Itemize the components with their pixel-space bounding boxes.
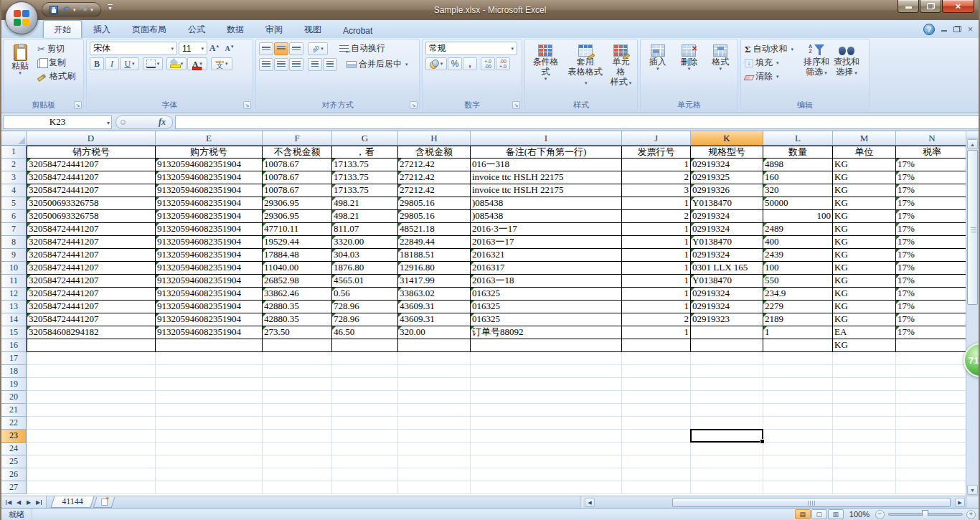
cell-N20[interactable] [896, 391, 966, 404]
cell-K1[interactable]: 规格型号 [691, 146, 763, 159]
cell-D14[interactable]: 320584724441207 [27, 313, 156, 326]
cell-J17[interactable] [622, 352, 691, 365]
cell-G20[interactable] [332, 391, 398, 404]
cell-D8[interactable]: 320584724441207 [27, 236, 156, 249]
cell-G22[interactable] [332, 417, 398, 430]
cell-E1[interactable]: 购方税号 [156, 146, 263, 159]
name-box-dropdown-icon[interactable]: ▾ [107, 120, 110, 126]
cell-L22[interactable] [763, 417, 833, 430]
cell-N19[interactable] [896, 378, 966, 391]
row-header-23[interactable]: 23 [1, 430, 27, 443]
cell-I27[interactable] [471, 481, 622, 494]
cell-H4[interactable]: 27212.42 [398, 184, 471, 197]
cell-F1[interactable]: 不含税金额 [263, 146, 332, 159]
tab-页面布局[interactable]: 页面布局 [122, 21, 176, 38]
cell-M5[interactable]: KG [833, 197, 896, 210]
cell-L14[interactable]: 2189 [763, 313, 833, 326]
cell-J27[interactable] [622, 481, 691, 494]
horizontal-scroll-thumb[interactable] [672, 498, 951, 507]
cell-I19[interactable] [471, 378, 622, 391]
align-top-button[interactable] [259, 42, 273, 55]
row-header-3[interactable]: 3 [1, 171, 27, 184]
cell-K22[interactable] [691, 417, 763, 430]
cell-I1[interactable]: 备注(右下角第一行) [471, 146, 622, 159]
tab-公式[interactable]: 公式 [178, 21, 215, 38]
cell-D4[interactable]: 320584724441207 [27, 184, 156, 197]
cell-I25[interactable] [471, 455, 622, 468]
cell-M22[interactable] [833, 417, 896, 430]
align-left-button[interactable] [259, 58, 273, 71]
cell-D5[interactable]: 320500693326758 [27, 197, 156, 210]
column-header-L[interactable]: L [763, 131, 833, 146]
column-header-F[interactable]: F [263, 131, 332, 146]
cell-E11[interactable]: 913205946082351904 [156, 275, 263, 288]
undo-icon[interactable]: ↶ [62, 5, 70, 14]
row-header-25[interactable]: 25 [1, 455, 27, 468]
close-button[interactable]: × [942, 0, 974, 13]
cell-H12[interactable]: 33863.02 [398, 288, 471, 301]
cell-K5[interactable]: Y0138470 [691, 197, 763, 210]
cell-K27[interactable] [691, 481, 763, 494]
cell-J6[interactable]: 2 [622, 210, 691, 223]
row-header-8[interactable]: 8 [1, 236, 27, 249]
cell-F8[interactable]: 19529.44 [263, 236, 332, 249]
cell-I6[interactable]: )085438 [471, 210, 622, 223]
minimize-button[interactable] [897, 0, 919, 13]
cell-H26[interactable] [398, 468, 471, 481]
clipboard-dialog-launcher[interactable]: ↘ [74, 101, 82, 109]
column-header-J[interactable]: J [622, 131, 691, 146]
cell-G3[interactable]: 17133.75 [332, 171, 398, 184]
column-header-M[interactable]: M [833, 131, 896, 146]
paste-button[interactable]: 粘贴 ▾ [5, 41, 35, 100]
cell-D22[interactable] [27, 417, 156, 430]
restore-button[interactable] [920, 0, 941, 13]
zoom-slider[interactable] [888, 513, 963, 516]
cell-H5[interactable]: 29805.16 [398, 197, 471, 210]
cell-K25[interactable] [691, 455, 763, 468]
column-header-E[interactable]: E [156, 131, 263, 146]
cell-D10[interactable]: 320584724441207 [27, 262, 156, 275]
column-header-D[interactable]: D [27, 131, 156, 146]
cell-J5[interactable]: 1 [622, 197, 691, 210]
row-header-22[interactable]: 22 [1, 417, 27, 430]
cell-G25[interactable] [332, 455, 398, 468]
cell-G10[interactable]: 1876.80 [332, 262, 398, 275]
row-header-24[interactable]: 24 [1, 443, 27, 455]
scroll-up-icon[interactable]: ▲ [967, 139, 978, 149]
cell-N27[interactable] [896, 481, 966, 494]
cell-L5[interactable]: 50000 [763, 197, 833, 210]
cell-E4[interactable]: 913205946082351904 [156, 184, 263, 197]
cell-H27[interactable] [398, 481, 471, 494]
cell-D13[interactable]: 320584724441207 [27, 301, 156, 313]
row-header-27[interactable]: 27 [1, 481, 27, 494]
row-header-7[interactable]: 7 [1, 223, 27, 236]
cell-N22[interactable] [896, 417, 966, 430]
cell-F2[interactable]: 10078.67 [263, 159, 332, 171]
cell-K11[interactable]: Y0138470 [691, 275, 763, 288]
decrease-decimal-button[interactable]: .00 +.0 [496, 57, 510, 70]
cell-J19[interactable] [622, 378, 691, 391]
cell-F17[interactable] [263, 352, 332, 365]
cell-F23[interactable] [263, 430, 332, 443]
cell-E22[interactable] [156, 417, 263, 430]
cell-N6[interactable]: 17% [896, 210, 966, 223]
align-right-button[interactable] [289, 58, 303, 71]
number-dialog-launcher[interactable]: ↘ [512, 101, 520, 109]
cell-J7[interactable]: 1 [622, 223, 691, 236]
cell-H6[interactable]: 29805.16 [398, 210, 471, 223]
cell-L3[interactable]: 160 [763, 171, 833, 184]
cell-L19[interactable] [763, 378, 833, 391]
view-page-layout-button[interactable]: ▢ [811, 509, 827, 519]
cell-L20[interactable] [763, 391, 833, 404]
cell-N2[interactable]: 17% [896, 159, 966, 171]
phonetic-button[interactable]: wén文▾ [211, 57, 232, 70]
cell-H16[interactable] [398, 339, 471, 352]
column-header-N[interactable]: N [896, 131, 966, 146]
cell-E25[interactable] [156, 455, 263, 468]
cell-I7[interactable]: 2016·3一17 [471, 223, 622, 236]
cell-N15[interactable]: 17% [896, 326, 966, 339]
cell-D25[interactable] [27, 455, 156, 468]
cell-F27[interactable] [263, 481, 332, 494]
cell-M15[interactable]: EA [833, 326, 896, 339]
merge-center-button[interactable]: 合并后居中▾ [344, 57, 410, 71]
